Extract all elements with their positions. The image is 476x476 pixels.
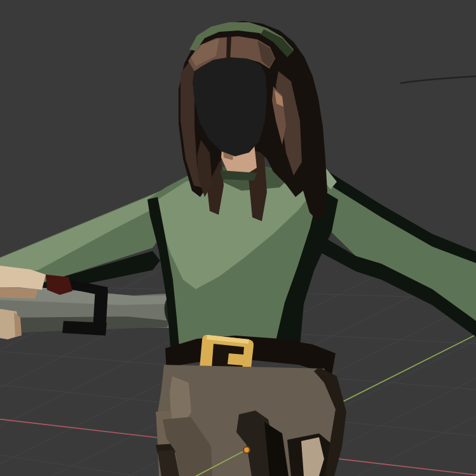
left-hand-finger-shadow — [0, 287, 38, 299]
buckle-prong — [228, 353, 244, 365]
viewport-3d[interactable] — [0, 0, 476, 476]
pants[interactable] — [156, 365, 346, 476]
origin-dot[interactable] — [243, 447, 250, 453]
bat-strap-bottom — [62, 321, 107, 336]
